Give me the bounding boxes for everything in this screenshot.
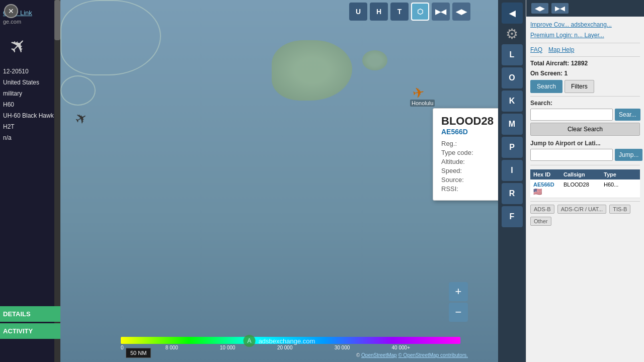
on-screen-row: On Screen: 1 <box>530 70 640 77</box>
scale-8k: 8 000 <box>166 345 178 350</box>
domain-text: ge.com <box>0 18 60 26</box>
faq-link[interactable]: FAQ <box>530 46 542 53</box>
aircraft-reg: 12-20510 <box>0 66 60 77</box>
jump-input[interactable] <box>530 149 613 161</box>
source-tag-other[interactable]: Other <box>530 217 551 226</box>
clear-search-button[interactable]: Clear Search <box>530 123 640 136</box>
popup-row-source: Source: TIS-B <box>441 176 498 184</box>
map-btn-layers[interactable]: ⬡ <box>411 3 429 21</box>
source-tag-adsc[interactable]: ADS-C/R / UAT... <box>557 205 607 214</box>
island-ring-small <box>60 75 96 106</box>
zoom-out-button[interactable]: − <box>449 303 468 322</box>
source-tag-tisb[interactable]: TIS-B <box>609 205 630 214</box>
sidebar-btn-f[interactable]: F <box>502 206 523 227</box>
close-button[interactable]: ✕ <box>4 4 18 18</box>
premium-login-link[interactable]: Premium Login: n... Layer... <box>530 31 640 40</box>
sidebar-btn-o[interactable]: O <box>502 67 523 88</box>
table-row[interactable]: AE566D 🇺🇸 BLOOD28 H60... <box>530 179 640 198</box>
sidebar-btn-l[interactable]: L <box>502 44 523 65</box>
activity-button[interactable]: ACTIVITY <box>0 323 60 339</box>
search-input[interactable] <box>530 109 613 121</box>
aircraft-full-name: UH-60 Black Hawk <box>0 110 60 121</box>
map-btn-u[interactable]: U <box>349 3 367 21</box>
on-screen-value: 1 <box>564 70 568 77</box>
map-help-link[interactable]: Map Help <box>548 46 574 53</box>
right-panel-header: ◀▶ ▶◀ <box>526 0 644 17</box>
divider-5 <box>530 201 640 202</box>
map-btn-nav-bck[interactable]: ◀▶ <box>452 3 470 21</box>
sidebar-btn-m[interactable]: M <box>502 114 523 135</box>
island-main <box>272 40 352 101</box>
search-section: Search: Sear... Clear Search <box>530 100 640 136</box>
zoom-in-button[interactable]: + <box>449 282 468 301</box>
search-input-row: Sear... <box>530 109 640 121</box>
popup-row-type: Type code: H60 <box>441 149 498 156</box>
header-nav-right[interactable]: ▶◀ <box>551 3 569 14</box>
watermark-text: adsbexchange.com <box>259 337 315 345</box>
popup-hex: AE566D <box>441 128 498 136</box>
map-btn-h[interactable]: H <box>370 3 388 21</box>
attribution-text: © OpenStreetMap contributors. <box>398 352 468 358</box>
aircraft-marker-main[interactable]: ✈ <box>411 83 425 102</box>
distance-indicator: 50 NM <box>126 348 151 358</box>
sidebar-btn-k[interactable]: K <box>502 90 523 112</box>
tab-filters[interactable]: Filters <box>565 80 594 93</box>
scale-30k: 30 000 <box>335 345 350 350</box>
watermark-logo: A <box>244 335 256 347</box>
total-aircraft-label: Total Aircraft: <box>530 60 569 67</box>
table-type-val: H60... <box>601 179 621 198</box>
map-btn-t[interactable]: T <box>390 3 409 21</box>
island-ring-main <box>60 0 161 75</box>
sidebar-btn-p[interactable]: P <box>502 137 523 158</box>
total-aircraft-row: Total Aircraft: 12892 <box>530 60 640 67</box>
popup-alt-label: Altitude: <box>441 158 465 165</box>
map-area[interactable]: ✈ ✈ Honolulu BLOOD28 AE566D Reg.: 12-205… <box>60 0 498 362</box>
improve-coverage-link[interactable]: Improve Cov... adsbexchang... <box>530 21 640 29</box>
col-header-hex: Hex ID <box>530 169 560 179</box>
map-btn-nav-fwd[interactable]: ▶◀ <box>432 3 450 21</box>
table-section: Hex ID Callsign Type AE566D 🇺🇸 BLOOD28 H… <box>530 169 640 198</box>
search-label: Search: <box>530 100 552 107</box>
aircraft-popup: BLOOD28 AE566D Reg.: 12-20510 Type code:… <box>433 108 498 201</box>
map-background: ✈ ✈ Honolulu BLOOD28 AE566D Reg.: 12-205… <box>60 0 498 362</box>
left-panel: ✕ Copy Link ge.com ✈ 12-20510 United Sta… <box>0 0 60 362</box>
col-header-type: Type <box>601 169 621 179</box>
flag-icon: 🇺🇸 <box>533 188 542 196</box>
links-row: FAQ Map Help <box>530 46 640 53</box>
search-button[interactable]: Sear... <box>615 109 640 121</box>
popup-reg-label: Reg.: <box>441 140 457 147</box>
aircraft-icon-large: ✈ <box>4 32 33 60</box>
aircraft-country: United States <box>0 77 60 88</box>
scale-10k: 10 000 <box>220 345 235 350</box>
jump-input-row: Jump... <box>530 149 640 161</box>
right-panel: ◀▶ ▶◀ Improve Cov... adsbexchang... Prem… <box>526 0 644 362</box>
divider-4 <box>530 165 640 165</box>
attribution-link[interactable]: OpenStreetMap <box>361 352 397 358</box>
on-screen-label: On Screen: <box>530 70 562 77</box>
right-sidebar: ◀ ⚙ L O K M P I R F <box>498 0 526 362</box>
zoom-controls: + − <box>449 282 468 322</box>
popup-speed-label: Speed: <box>441 167 462 174</box>
popup-callsign: BLOOD28 <box>441 115 498 128</box>
popup-source-label: Source: <box>441 176 464 184</box>
settings-icon[interactable]: ⚙ <box>506 26 518 42</box>
header-nav-left[interactable]: ◀▶ <box>531 3 548 14</box>
sidebar-btn-i[interactable]: I <box>502 160 523 181</box>
details-button[interactable]: DETAILS <box>0 306 60 322</box>
aircraft-marker-2: ✈ <box>72 109 90 129</box>
source-tag-adsb[interactable]: ADS-B <box>530 205 554 214</box>
scroll-thumb[interactable] <box>54 0 60 40</box>
hex-value: AE566D <box>533 182 554 188</box>
jump-button[interactable]: Jump... <box>615 149 642 161</box>
aircraft-squawk: H2T <box>0 121 60 132</box>
watermark: A adsbexchange.com <box>244 335 315 347</box>
total-aircraft-value: 12892 <box>571 60 588 67</box>
jump-section: Jump to Airport or Lati... Jump... <box>530 140 640 161</box>
aircraft-category: military <box>0 88 60 99</box>
aircraft-type-code: H60 <box>0 99 60 110</box>
table-hex-val: AE566D 🇺🇸 <box>530 179 560 198</box>
popup-type-label: Type code: <box>441 149 473 156</box>
tab-search[interactable]: Search <box>530 80 562 93</box>
sidebar-btn-r[interactable]: R <box>502 183 523 204</box>
sidebar-collapse-btn[interactable]: ◀ <box>502 3 523 24</box>
